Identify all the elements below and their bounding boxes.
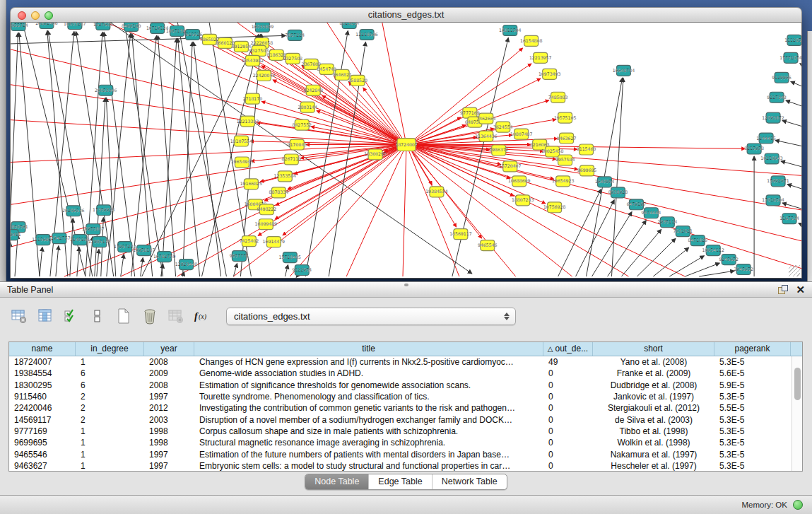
graph-node-label: 19166825 <box>240 181 263 186</box>
red-edge[interactable] <box>406 145 459 276</box>
black-edge[interactable] <box>106 98 115 276</box>
red-edge[interactable] <box>261 66 397 141</box>
black-edge[interactable] <box>56 246 59 276</box>
black-edge[interactable] <box>637 238 676 276</box>
red-edge[interactable] <box>283 150 398 235</box>
black-edge[interactable] <box>775 140 801 148</box>
table-row[interactable]: 2242004622012Investigating the contribut… <box>9 402 802 414</box>
graph-node-label: 7485083 <box>548 95 568 100</box>
black-edge[interactable] <box>77 247 79 276</box>
show-columns-icon[interactable] <box>36 307 54 325</box>
table-select-dropdown[interactable]: citations_edges.txt <box>226 308 516 325</box>
network-canvas[interactable]: 4055714208914061065328715276078466160107… <box>10 23 802 279</box>
red-edge[interactable] <box>11 120 406 145</box>
red-edge[interactable] <box>11 49 406 145</box>
minimize-window-button[interactable] <box>31 11 40 20</box>
black-edge[interactable] <box>781 161 801 169</box>
graph-node-label: 1850561 <box>11 224 28 229</box>
row-height-icon[interactable] <box>88 307 107 325</box>
black-edge[interactable] <box>787 185 801 192</box>
table-row[interactable]: 1938455462009Genome-wide association stu… <box>9 368 802 379</box>
red-edge[interactable] <box>290 145 406 276</box>
black-edge[interactable] <box>70 218 73 276</box>
splitter-handle[interactable] <box>404 284 408 286</box>
table-row[interactable]: 911546021997Tourette syndrome. Phenomeno… <box>9 391 802 402</box>
table-tabs: Node TableEdge TableNetwork Table <box>0 474 812 490</box>
black-edge[interactable] <box>800 64 801 71</box>
graph-node-label: 15751074 <box>779 55 801 60</box>
table-scrollbar[interactable] <box>792 356 802 471</box>
red-edge[interactable] <box>403 145 406 276</box>
red-edge[interactable] <box>11 85 406 145</box>
table-row[interactable]: 946554611997Estimation of the future num… <box>9 448 802 460</box>
close-panel-icon[interactable]: ✕ <box>796 284 805 295</box>
float-panel-icon[interactable] <box>778 285 787 294</box>
table-row[interactable]: 969969511998Structural magnetic resonanc… <box>9 437 802 448</box>
cell-year: 2008 <box>144 357 194 367</box>
black-edge[interactable] <box>782 120 801 129</box>
black-edge[interactable] <box>799 223 801 229</box>
import-table-icon[interactable] <box>167 307 185 325</box>
column-header-in_degree[interactable]: in_degree <box>76 342 144 356</box>
table-panel: Table Panel ✕ f(x)citations_edges.txt na… <box>0 281 812 495</box>
black-edge[interactable] <box>183 42 193 276</box>
black-edge[interactable] <box>685 263 719 276</box>
tab-network-table[interactable]: Network Table <box>432 474 507 489</box>
black-edge[interactable] <box>653 247 688 276</box>
resize-grip-icon[interactable] <box>789 265 800 276</box>
right-panel-edge[interactable] <box>807 31 812 281</box>
tab-edge-table[interactable]: Edge Table <box>368 474 431 489</box>
tab-node-table[interactable]: Node Table <box>305 474 368 489</box>
table-row[interactable]: 946362711997Embryonic stem cells: a mode… <box>9 460 802 471</box>
table-row[interactable]: 1830029562008Estimation of significance … <box>9 380 802 391</box>
network-window[interactable]: citations_edges.txt 40557142089140610653… <box>10 7 802 279</box>
column-header-out_de[interactable]: △out_de... <box>543 342 593 356</box>
function-builder-icon[interactable]: f(x) <box>193 307 211 325</box>
column-header-year[interactable]: year <box>144 342 194 356</box>
memory-status-indicator[interactable] <box>793 500 803 510</box>
cell-name: 9115460 <box>9 392 76 402</box>
left-panel-edge[interactable] <box>0 0 6 281</box>
red-edge[interactable] <box>416 64 531 140</box>
black-edge[interactable] <box>791 81 801 90</box>
table-row[interactable]: 977716911998Corpus callosum shape and si… <box>9 426 802 437</box>
cell-out_de: 0 <box>543 450 593 460</box>
table-row[interactable]: 1456911722003Disruption of a novel membe… <box>9 414 802 425</box>
graph-node-label: 15718485 <box>279 255 302 259</box>
column-header-title[interactable]: title <box>194 342 543 356</box>
black-edge[interactable] <box>15 235 18 276</box>
black-edge[interactable] <box>558 189 601 276</box>
delete-table-icon[interactable] <box>141 307 159 325</box>
new-table-icon[interactable] <box>114 307 133 325</box>
network-graph[interactable]: 4055714208914061065328715276078466160107… <box>11 23 801 278</box>
black-edge[interactable] <box>158 35 175 276</box>
network-desktop: citations_edges.txt 40557142089140610653… <box>0 0 812 281</box>
black-edge[interactable] <box>786 100 801 109</box>
cell-pagerank: 5.3E-5 <box>714 461 791 471</box>
close-window-button[interactable] <box>18 11 26 20</box>
red-edge[interactable] <box>363 88 400 138</box>
table-panel-header[interactable]: Table Panel ✕ <box>0 281 812 298</box>
black-edge[interactable] <box>285 265 288 276</box>
cell-out_de: 0 <box>543 438 593 448</box>
select-rows-icon[interactable] <box>62 307 81 325</box>
window-titlebar[interactable]: citations_edges.txt <box>10 7 802 23</box>
column-header-short[interactable]: short <box>593 342 714 356</box>
black-edge[interactable] <box>699 271 734 276</box>
black-edge[interactable] <box>296 276 297 277</box>
black-edge[interactable] <box>162 38 177 276</box>
black-edge[interactable] <box>40 247 42 276</box>
table-settings-icon[interactable] <box>10 307 28 325</box>
table-row[interactable]: 1872400712008Changes of HCN gene express… <box>9 356 802 368</box>
black-edge[interactable] <box>621 229 661 276</box>
red-edge[interactable] <box>406 145 801 177</box>
scrollbar-thumb[interactable] <box>794 368 801 400</box>
cell-short: Dudbridge et al. (2008) <box>593 380 714 390</box>
black-edge[interactable] <box>178 38 200 276</box>
column-header-pagerank[interactable]: pagerank <box>714 342 791 356</box>
zoom-window-button[interactable] <box>45 11 53 20</box>
black-edge[interactable] <box>121 255 124 276</box>
graph-node-label: 16033809 <box>252 24 274 29</box>
column-header-name[interactable]: name <box>9 342 76 356</box>
black-edge[interactable] <box>576 200 615 276</box>
